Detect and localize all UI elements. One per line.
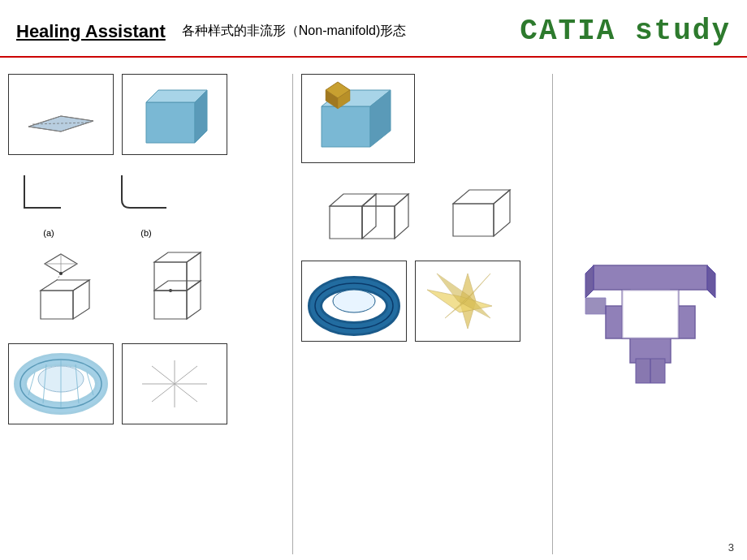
svg-marker-53 (453, 204, 494, 236)
two-cubes-edge (323, 171, 429, 252)
svg-marker-17 (154, 262, 187, 291)
l-shape-b: (b) (110, 163, 183, 238)
two-cubes-edge-svg (326, 174, 427, 251)
dark-torus-box (301, 261, 407, 342)
single-cube-right (441, 171, 522, 252)
center-panel (292, 74, 552, 554)
main-content: (a) (b) (0, 66, 747, 560)
light-torus-svg (12, 348, 110, 420)
dark-torus-svg (305, 265, 403, 337)
yellow-star-box (415, 261, 520, 342)
page-number: 3 (728, 541, 734, 554)
star-lines-box (122, 343, 227, 424)
center-row-2 (301, 171, 544, 252)
svg-line-39 (175, 366, 197, 384)
row-3 (8, 246, 284, 335)
svg-marker-6 (146, 102, 195, 143)
flat-plane-box (8, 74, 114, 155)
row-4 (8, 343, 284, 424)
l-shapes-row: (a) (b) (8, 163, 284, 238)
svg-marker-23 (187, 281, 201, 319)
page-title: Healing Assistant (16, 21, 166, 42)
svg-rect-70 (623, 291, 678, 338)
center-row-3 (301, 261, 544, 342)
flat-plane-svg (16, 82, 106, 147)
blue-cube-svg (130, 78, 219, 151)
stacked-cubes-svg (134, 246, 215, 335)
center-row-1 (301, 74, 544, 163)
svg-line-40 (152, 384, 175, 402)
light-torus-box (8, 343, 114, 424)
svg-line-38 (175, 384, 197, 402)
svg-marker-68 (585, 298, 606, 314)
right-panel (552, 74, 747, 554)
l-shape-a: (a) (12, 163, 85, 238)
l-shape-b-svg (110, 163, 183, 228)
header-divider (0, 56, 747, 58)
svg-marker-21 (154, 291, 187, 319)
svg-marker-69 (707, 265, 715, 298)
svg-marker-52 (395, 194, 408, 239)
svg-marker-19 (187, 252, 201, 291)
blue-cube-box (122, 74, 227, 155)
subtitle: 各种样式的非流形（Non-manifold)形态 (182, 23, 406, 40)
svg-line-16 (57, 274, 61, 280)
diamond-cube-svg (12, 246, 110, 335)
label-b: (b) (140, 228, 151, 238)
purple-connector-svg (577, 233, 723, 395)
left-panel: (a) (b) (0, 74, 292, 554)
label-a: (a) (43, 228, 54, 238)
yellow-star-svg (419, 265, 516, 337)
cube-diamond-svg (305, 78, 411, 159)
single-cube-svg (445, 175, 518, 248)
stacked-cubes-container (122, 246, 227, 335)
purple-connector (569, 225, 732, 403)
diamond-cube-container (8, 246, 114, 335)
svg-marker-67 (585, 265, 594, 298)
l-shape-a-svg (12, 163, 85, 228)
header: Healing Assistant 各种样式的非流形（Non-manifold)… (0, 0, 747, 56)
cube-with-diamond-box (301, 74, 415, 163)
row-1 (8, 74, 284, 155)
star-lines-svg (126, 348, 223, 420)
svg-line-37 (152, 366, 175, 384)
svg-marker-55 (494, 190, 510, 236)
svg-marker-14 (73, 280, 89, 319)
svg-point-58 (333, 290, 375, 312)
brand-logo: CATIA study (520, 15, 731, 48)
svg-marker-47 (330, 206, 362, 239)
svg-marker-41 (322, 106, 370, 147)
svg-marker-12 (41, 291, 73, 319)
